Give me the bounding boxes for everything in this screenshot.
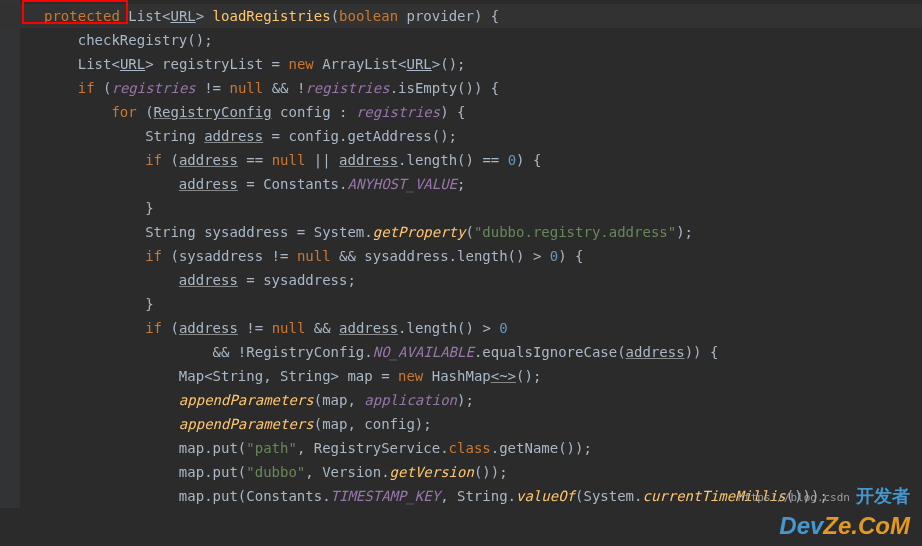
token: if: [145, 152, 170, 168]
code-line[interactable]: if (address != null && address.length() …: [20, 316, 922, 340]
token: ());: [474, 464, 508, 480]
token: null: [272, 320, 314, 336]
code-line[interactable]: map.put("path", RegistryService.class.ge…: [20, 436, 922, 460]
token: , String.: [440, 488, 516, 504]
token: = config.getAddress();: [263, 128, 457, 144]
token: (map,: [314, 392, 365, 408]
token: ;: [457, 176, 465, 192]
token: null: [229, 80, 271, 96]
token: registries: [356, 104, 440, 120]
token: String sysaddress = System.: [145, 224, 373, 240]
token: new: [398, 368, 432, 384]
token: URL: [170, 8, 195, 24]
token: (sysaddress !=: [170, 248, 296, 264]
token: URL: [406, 56, 431, 72]
code-line[interactable]: if (sysaddress != null && sysaddress.len…: [20, 244, 922, 268]
token: address: [179, 152, 238, 168]
token: boolean: [339, 8, 406, 24]
token: ) {: [440, 104, 465, 120]
code-line[interactable]: String address = config.getAddress();: [20, 124, 922, 148]
token: );: [676, 224, 693, 240]
token: 0: [550, 248, 558, 264]
token: > registryList =: [145, 56, 288, 72]
token: checkRegistry();: [78, 32, 213, 48]
token: HashMap: [432, 368, 491, 384]
token: new: [288, 56, 322, 72]
token: valueOf: [516, 488, 575, 504]
token: ==: [238, 152, 272, 168]
token: )) {: [685, 344, 719, 360]
code-line[interactable]: }: [20, 196, 922, 220]
token: if: [145, 320, 170, 336]
token: map.put(: [179, 440, 246, 456]
token: }: [145, 296, 153, 312]
token: = sysaddress;: [238, 272, 356, 288]
token: (System.: [575, 488, 642, 504]
token: ();: [516, 368, 541, 384]
token: ) {: [516, 152, 541, 168]
code-line[interactable]: address = Constants.ANYHOST_VALUE;: [20, 172, 922, 196]
token: URL: [120, 56, 145, 72]
token: );: [457, 392, 474, 408]
code-editor[interactable]: protected List<URL> loadRegistries(boole…: [0, 0, 922, 508]
token: &&: [314, 320, 339, 336]
code-line[interactable]: address = sysaddress;: [20, 268, 922, 292]
token: TIMESTAMP_KEY: [331, 488, 441, 504]
token: map.put(Constants.: [179, 488, 331, 504]
token: .length() >: [398, 320, 499, 336]
token: (: [331, 8, 339, 24]
code-line[interactable]: List<URL> registryList = new ArrayList<U…: [20, 52, 922, 76]
token: ) {: [558, 248, 583, 264]
code-content[interactable]: protected List<URL> loadRegistries(boole…: [20, 4, 922, 508]
token: (: [170, 152, 178, 168]
token: map.put(: [179, 464, 246, 480]
token: application: [364, 392, 457, 408]
token: address: [339, 152, 398, 168]
token: registries: [111, 80, 195, 96]
token: !=: [196, 80, 230, 96]
token: "dubbo.registry.address": [474, 224, 676, 240]
token: List<: [128, 8, 170, 24]
token: , Version.: [305, 464, 389, 480]
code-line[interactable]: Map<String, String> map = new HashMap<~>…: [20, 364, 922, 388]
token: address: [179, 176, 238, 192]
code-line[interactable]: }: [20, 292, 922, 316]
token: && !: [272, 80, 306, 96]
token: address: [179, 320, 238, 336]
token: (: [465, 224, 473, 240]
token: }: [145, 200, 153, 216]
token: , RegistryService.: [297, 440, 449, 456]
code-line[interactable]: appendParameters(map, application);: [20, 388, 922, 412]
token: address: [626, 344, 685, 360]
token: 0: [508, 152, 516, 168]
token: null: [272, 152, 314, 168]
code-line[interactable]: if (address == null || address.length() …: [20, 148, 922, 172]
gutter: [0, 0, 20, 508]
code-line[interactable]: protected List<URL> loadRegistries(boole…: [20, 4, 922, 28]
token: .isEmpty()) {: [390, 80, 500, 96]
token: loadRegistries: [213, 8, 331, 24]
code-line[interactable]: && !RegistryConfig.NO_AVAILABLE.equalsIg…: [20, 340, 922, 364]
token: address: [339, 320, 398, 336]
token: RegistryConfig: [154, 104, 272, 120]
token: && !RegistryConfig.: [213, 344, 373, 360]
code-line[interactable]: checkRegistry();: [20, 28, 922, 52]
watermark-url: https://blog.csdn: [737, 486, 850, 510]
token: (: [145, 104, 153, 120]
token: config :: [272, 104, 356, 120]
token: (: [170, 320, 178, 336]
code-line[interactable]: if (registries != null && !registries.is…: [20, 76, 922, 100]
token: = Constants.: [238, 176, 348, 192]
annotation-rectangle: [22, 0, 128, 24]
code-line[interactable]: for (RegistryConfig config : registries)…: [20, 100, 922, 124]
token: .length() ==: [398, 152, 508, 168]
token: NO_AVAILABLE: [373, 344, 474, 360]
token: (map, config);: [314, 416, 432, 432]
code-line[interactable]: map.put("dubbo", Version.getVersion());: [20, 460, 922, 484]
token: <~>: [491, 368, 516, 384]
code-line[interactable]: appendParameters(map, config);: [20, 412, 922, 436]
token: getVersion: [390, 464, 474, 480]
token: .getName());: [491, 440, 592, 456]
watermark-cn: 开发者: [856, 484, 910, 508]
code-line[interactable]: String sysaddress = System.getProperty("…: [20, 220, 922, 244]
